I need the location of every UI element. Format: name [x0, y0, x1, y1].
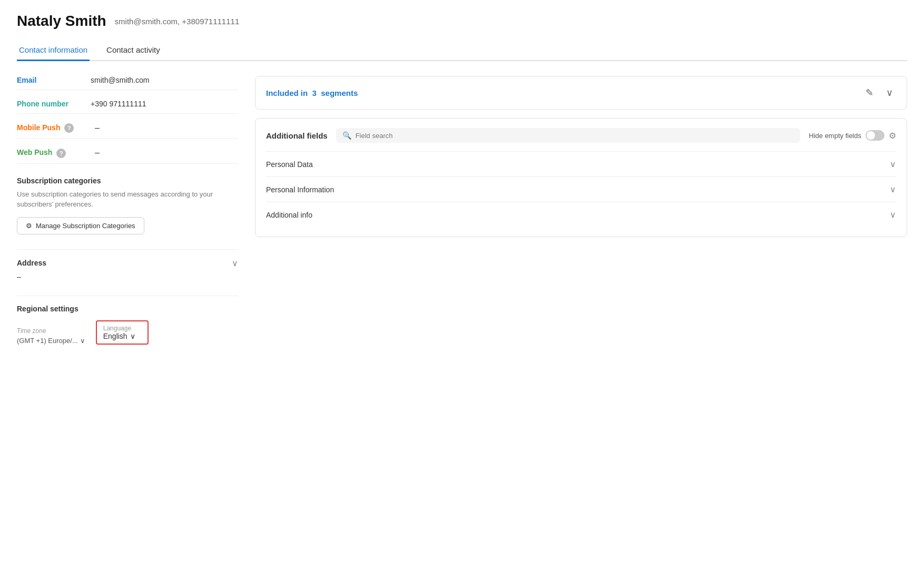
- additional-info-chevron: ∨: [890, 210, 896, 220]
- timezone-chevron-icon: ∨: [80, 337, 85, 345]
- email-label: Email: [17, 76, 91, 84]
- address-collapsible-header[interactable]: Address ∨: [17, 258, 238, 268]
- mobile-push-value: –: [95, 123, 100, 133]
- address-value: –: [17, 272, 238, 281]
- tab-contact-activity[interactable]: Contact activity: [104, 40, 162, 61]
- language-chevron-icon: ∨: [130, 332, 135, 340]
- address-section: Address ∨ –: [17, 249, 238, 281]
- web-push-label: Web Push ?: [17, 148, 91, 158]
- right-panel: Included in 3 segments ✎ ∨ Additional fi…: [255, 76, 907, 237]
- additional-fields-header: Additional fields 🔍 Hide empty fields ⚙: [266, 128, 896, 143]
- search-box: 🔍: [336, 128, 801, 143]
- mobile-push-row: Mobile Push ? –: [17, 123, 238, 139]
- email-row: Email smith@smith.com: [17, 76, 238, 90]
- mobile-push-help-icon: ?: [64, 123, 74, 133]
- regional-fields: Time zone (GMT +1) Europe/... ∨ Language…: [17, 320, 238, 345]
- additional-info-header[interactable]: Additional info ∨: [266, 210, 896, 220]
- hide-empty-toggle[interactable]: [866, 130, 884, 141]
- settings-gear-icon[interactable]: ⚙: [889, 131, 896, 141]
- timezone-value[interactable]: (GMT +1) Europe/... ∨: [17, 337, 85, 345]
- personal-data-chevron: ∨: [890, 159, 896, 169]
- timezone-label: Time zone: [17, 327, 85, 335]
- segments-actions: ✎ ∨: [862, 86, 896, 100]
- search-icon: 🔍: [342, 131, 351, 140]
- contact-name: Nataly Smith: [17, 13, 106, 30]
- segments-card: Included in 3 segments ✎ ∨: [255, 76, 907, 110]
- header-section: Nataly Smith smith@smith.com, +380971111…: [17, 13, 907, 30]
- tab-contact-information[interactable]: Contact information: [17, 40, 90, 61]
- main-layout: Email smith@smith.com Phone number +390 …: [17, 76, 907, 345]
- tabs-row: Contact information Contact activity: [17, 40, 907, 61]
- hide-empty-section: Hide empty fields ⚙: [809, 130, 896, 141]
- additional-fields-card: Additional fields 🔍 Hide empty fields ⚙: [255, 118, 907, 237]
- page-container: Nataly Smith smith@smith.com, +380971111…: [0, 0, 924, 568]
- language-box[interactable]: Language English ∨: [96, 320, 149, 345]
- accordion-additional-info: Additional info ∨: [266, 202, 896, 227]
- phone-row: Phone number +390 971111111: [17, 100, 238, 114]
- personal-data-title: Personal Data: [266, 160, 313, 169]
- additional-info-title: Additional info: [266, 211, 312, 219]
- regional-title: Regional settings: [17, 305, 238, 313]
- subscription-title: Subscription categories: [17, 177, 238, 185]
- regional-section: Regional settings Time zone (GMT +1) Eur…: [17, 296, 238, 345]
- language-field: Language English ∨: [96, 320, 149, 345]
- address-title: Address: [17, 259, 46, 267]
- phone-value: +390 971111111: [91, 100, 146, 108]
- accordion-personal-information: Personal Information ∨: [266, 177, 896, 202]
- web-push-row: Web Push ? –: [17, 148, 238, 163]
- left-panel: Email smith@smith.com Phone number +390 …: [17, 76, 238, 345]
- accordion-list: Personal Data ∨ Personal Information ∨ A…: [266, 151, 896, 227]
- field-search-input[interactable]: [356, 132, 794, 140]
- phone-label: Phone number: [17, 100, 91, 108]
- timezone-field: Time zone (GMT +1) Europe/... ∨: [17, 327, 85, 345]
- address-chevron-icon: ∨: [232, 258, 238, 268]
- accordion-personal-data: Personal Data ∨: [266, 151, 896, 177]
- hide-empty-label: Hide empty fields: [809, 132, 861, 140]
- contact-meta: smith@smith.com, +380971111111: [115, 17, 240, 26]
- additional-fields-title: Additional fields: [266, 131, 328, 140]
- subscription-section: Subscription categories Use subscription…: [17, 177, 238, 234]
- language-value: English ∨: [103, 332, 141, 340]
- personal-information-chevron: ∨: [890, 184, 896, 194]
- subscription-description: Use subscription categories to send mess…: [17, 189, 238, 210]
- expand-segments-btn[interactable]: ∨: [883, 86, 896, 100]
- manage-subscription-label: Manage Subscription Categories: [36, 222, 135, 230]
- web-push-help-icon: ?: [56, 149, 66, 158]
- edit-segments-btn[interactable]: ✎: [862, 86, 877, 100]
- language-label: Language: [103, 325, 141, 332]
- mobile-push-label: Mobile Push ?: [17, 123, 91, 133]
- personal-data-header[interactable]: Personal Data ∨: [266, 159, 896, 169]
- gear-icon-manage: ⚙: [26, 222, 32, 230]
- personal-information-header[interactable]: Personal Information ∨: [266, 184, 896, 194]
- manage-subscription-btn[interactable]: ⚙ Manage Subscription Categories: [17, 217, 144, 234]
- web-push-value: –: [95, 148, 100, 158]
- personal-information-title: Personal Information: [266, 185, 334, 194]
- email-value: smith@smith.com: [91, 76, 149, 84]
- segments-title: Included in 3 segments: [266, 89, 358, 97]
